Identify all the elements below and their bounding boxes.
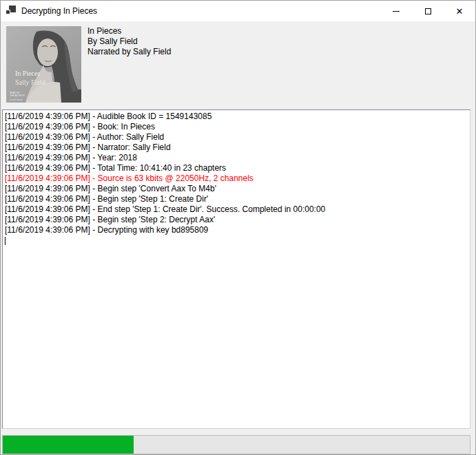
cover-badge-line2: THE AUTHOR: [10, 94, 25, 97]
minimize-button[interactable]: [380, 1, 412, 21]
close-icon: ✕: [456, 7, 464, 16]
title-bar[interactable]: Decrypting In Pieces ✕: [1, 1, 475, 21]
log-line: [11/6/2019 4:39:06 PM] - Begin step 'Ste…: [5, 215, 468, 225]
log-line: [11/6/2019 4:39:06 PM] - Audible Book ID…: [5, 112, 468, 122]
log-line: [11/6/2019 4:39:06 PM] - Begin step 'Con…: [5, 184, 468, 194]
app-icon: [6, 6, 17, 17]
caption-buttons: ✕: [380, 1, 475, 21]
progress-bar-fill: [3, 436, 134, 454]
book-cover-image: In Pieces Sally Field READ BY THE AUTHOR…: [6, 26, 81, 103]
log-line: [11/6/2019 4:39:06 PM] - End step 'Step …: [5, 204, 468, 215]
log-line: [11/6/2019 4:39:06 PM] - Book: In Pieces: [5, 122, 468, 132]
log-line: [11/6/2019 4:39:06 PM] - Total Time: 10:…: [5, 163, 468, 173]
book-info-narrator: Narrated by Sally Field: [87, 47, 171, 57]
maximize-button[interactable]: [412, 1, 444, 21]
log-line: [11/6/2019 4:39:06 PM] - Year: 2018: [5, 153, 468, 163]
book-cover-art: In Pieces Sally Field READ BY THE AUTHOR…: [6, 26, 81, 103]
cover-badge-line3: Unabridged: [10, 98, 23, 101]
log-line: [11/6/2019 4:39:06 PM] - Author: Sally F…: [5, 132, 468, 142]
text-caret: [5, 237, 6, 245]
log-line: [11/6/2019 4:39:06 PM] - Source is 63 kb…: [5, 173, 468, 184]
book-info-author: By Sally Field: [87, 36, 171, 47]
cover-author-text: Sally Field: [15, 78, 45, 86]
minimize-icon: [393, 11, 400, 12]
log-output[interactable]: [11/6/2019 4:39:06 PM] - Audible Book ID…: [2, 109, 470, 429]
cover-title-text: In Pieces: [15, 70, 40, 77]
progress-bar: [2, 435, 470, 454]
window-title: Decrypting In Pieces: [21, 6, 97, 16]
app-icon-square-small: [6, 10, 10, 14]
log-line: [11/6/2019 4:39:06 PM] - Begin step 'Ste…: [5, 194, 468, 204]
close-button[interactable]: ✕: [444, 1, 475, 21]
book-info-title: In Pieces: [87, 26, 171, 36]
maximize-icon: [425, 8, 431, 14]
log-line: [11/6/2019 4:39:06 PM] - Decrypting with…: [5, 225, 468, 235]
book-info: In Pieces By Sally Field Narrated by Sal…: [87, 26, 171, 57]
log-line: [11/6/2019 4:39:06 PM] - Narrator: Sally…: [5, 142, 468, 153]
app-window: Decrypting In Pieces ✕: [0, 0, 476, 455]
